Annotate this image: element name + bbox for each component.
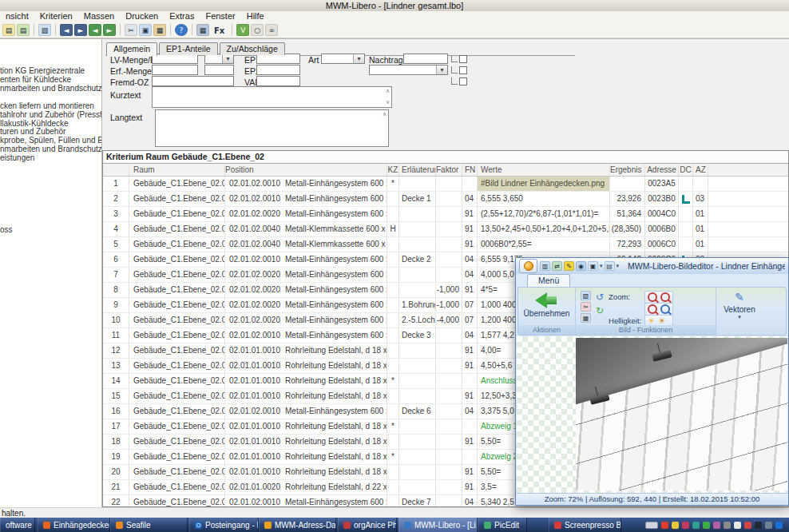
tab-allgemein[interactable]: Allgemein xyxy=(106,42,157,56)
sidebar-item[interactable]: kprobe, Spülen, Füllen und Entlüften xyxy=(0,137,101,145)
cell-rownum[interactable]: 2 xyxy=(103,192,129,206)
cell-position[interactable]: 02.01.02.0010Metall-Einhängesystem 600 x… xyxy=(225,192,387,206)
cell-ergebnis[interactable]: 51,364 xyxy=(610,207,645,221)
cell-erlaeuterung[interactable] xyxy=(399,222,436,236)
cell-fn[interactable]: 07 xyxy=(462,313,478,328)
menu-item-hilfe[interactable]: Hilfe xyxy=(241,11,270,22)
open-icon[interactable]: ▤ xyxy=(17,24,30,36)
taskbar-button-einh-ngedecken[interactable]: Einhängedecken | ... xyxy=(38,518,110,532)
col-header-az[interactable]: AZ xyxy=(693,164,708,176)
cell-position[interactable]: 02.01.02.0020Metall-Einhängesystem 600 x… xyxy=(225,298,387,312)
keyboard-icon[interactable] xyxy=(645,522,658,529)
cell-erlaeuterung[interactable] xyxy=(399,435,436,449)
save-icon[interactable]: ▥ xyxy=(540,261,550,271)
cell-rownum[interactable]: 5 xyxy=(103,237,129,252)
cell-erlaeuterung[interactable]: 1.Bohrung xyxy=(399,298,436,312)
menu-item-nsicht[interactable]: nsicht xyxy=(0,11,34,22)
sidebar-item[interactable]: nmarbeiten und Brandschutz xyxy=(0,85,101,93)
cell-rownum[interactable]: 14 xyxy=(103,374,129,388)
cell-kz[interactable] xyxy=(387,192,399,206)
tab-ep1anteile[interactable]: EP1-Anteile xyxy=(159,42,217,55)
sidebar-item[interactable]: eistungen xyxy=(0,154,101,163)
marker-prev-icon[interactable]: ◄ xyxy=(60,24,73,36)
cell-fn[interactable]: 91 xyxy=(462,343,478,358)
cell-erlaeuterung[interactable] xyxy=(399,389,436,403)
cell-raum[interactable]: Gebäude_C1.Ebene_02.024 xyxy=(129,435,225,449)
col-header-num[interactable] xyxy=(103,164,129,176)
table-row[interactable]: 2Gebäude_C1.Ebene_02.02002.01.02.0010Met… xyxy=(103,192,788,207)
cell-faktor[interactable]: -1,000 xyxy=(436,298,462,312)
col-header-fill[interactable] xyxy=(708,164,788,176)
cell-raum[interactable]: Gebäude_C1.Ebene_02.021 xyxy=(129,207,225,221)
validate-icon[interactable]: V xyxy=(236,24,249,36)
checkbox-1[interactable] xyxy=(459,55,467,63)
cell-kz[interactable] xyxy=(387,268,399,282)
copy-icon[interactable]: ▣ xyxy=(588,261,598,271)
scroll-up-icon[interactable]: ∧ xyxy=(383,112,387,117)
marker-last-icon[interactable]: ► xyxy=(103,24,116,36)
cell-rownum[interactable]: 22 xyxy=(103,495,129,507)
col-header-wer[interactable]: Werte xyxy=(478,164,610,176)
cell-erlaeuterung[interactable]: Decke 6 xyxy=(399,404,436,419)
cell-rownum[interactable]: 20 xyxy=(103,465,129,479)
cell-faktor[interactable] xyxy=(436,359,462,373)
table-row[interactable]: 3Gebäude_C1.Ebene_02.02102.01.02.0020Met… xyxy=(103,207,788,222)
sidebar-item[interactable]: tion KG Energiezentrale xyxy=(0,67,101,76)
brightness-down-icon[interactable]: ☀ xyxy=(658,316,665,326)
cell-faktor[interactable] xyxy=(436,222,462,236)
cell-raum[interactable]: Gebäude_C1.Ebene_02.020 xyxy=(129,177,225,191)
cell-az[interactable]: 01 xyxy=(693,222,708,236)
tray-icon-slate[interactable] xyxy=(765,522,772,529)
col-header-pos[interactable]: Position xyxy=(225,164,387,176)
cell-rownum[interactable]: 7 xyxy=(103,268,129,282)
cell-position[interactable]: 02.01.02.0020Metall-Einhängesystem 600 x… xyxy=(225,207,387,221)
cell-raum[interactable]: Gebäude_C1.Ebene_02.024 xyxy=(129,419,225,434)
taskbar-button-mwm-libero-li[interactable]: MWM-Libero - [Li... xyxy=(398,518,478,532)
cell-erlaeuterung[interactable] xyxy=(399,283,436,297)
tab-menue[interactable]: Menü xyxy=(527,274,570,287)
taskbar-button-mwm-adress-dat[interactable]: MWM-Adress-Dat... xyxy=(259,518,336,532)
cell-raum[interactable]: Gebäude_C1.Ebene_02.021 xyxy=(129,237,225,252)
cell-fn[interactable]: 04 xyxy=(462,268,478,282)
col-header-erg[interactable]: Ergebnis xyxy=(610,164,645,176)
cell-rownum[interactable]: 19 xyxy=(103,450,129,464)
cell-fn[interactable] xyxy=(462,374,478,388)
tray-icon-purple[interactable] xyxy=(713,522,720,529)
zoom-selection-icon[interactable] xyxy=(648,304,657,314)
cell-position[interactable]: 02.01.02.0040Metall-Klemmkassette 600 x … xyxy=(225,222,387,236)
cell-erlaeuterung[interactable]: Decke 2 xyxy=(399,252,436,267)
rotate-left-icon[interactable]: ↺ xyxy=(596,292,604,303)
cell-kz[interactable] xyxy=(387,404,399,419)
zoom-out-icon[interactable] xyxy=(660,292,670,302)
cell-faktor[interactable] xyxy=(436,419,462,434)
fx-icon[interactable]: Fx xyxy=(211,24,228,36)
cell-position[interactable]: 02.01.02.0010Metall-Einhängesystem 600 x… xyxy=(225,252,387,267)
taskbar-button-screenpresso-bild[interactable]: Screenpresso Bild... xyxy=(549,518,621,532)
cell-werte[interactable]: 6,555 3,650 xyxy=(478,192,610,206)
cell-raum[interactable]: Gebäude_C1.Ebene_02.023 xyxy=(129,359,225,373)
sidebar-item[interactable]: nmarbeiten und Brandschutz xyxy=(0,145,101,154)
scroll-down-icon[interactable]: ∨ xyxy=(386,100,390,105)
cell-kz[interactable] xyxy=(387,298,399,312)
cell-raum[interactable]: Gebäude_C1.Ebene_02.023 xyxy=(129,343,225,358)
kurztext-input[interactable]: ∧ ∨ xyxy=(152,86,392,108)
cell-ergebnis[interactable] xyxy=(610,177,645,191)
cell-erlaeuterung[interactable] xyxy=(399,177,436,191)
cell-position[interactable]: 02.01.01.0010Rohrleitung Edelstahl, d 18… xyxy=(225,465,387,479)
col-header-raum[interactable]: Raum xyxy=(129,164,225,176)
cell-position[interactable]: 02.01.02.0010Metall-Einhängesystem 600 x… xyxy=(225,495,387,507)
cell-position[interactable]: 02.01.01.0010Rohrleitung Edelstahl, d 18… xyxy=(225,389,387,403)
screen-icon[interactable]: ▦ xyxy=(581,313,591,323)
cell-kz[interactable] xyxy=(387,207,399,221)
cell-fn[interactable] xyxy=(462,419,478,434)
tray-icon-crimson[interactable] xyxy=(682,522,689,529)
cell-rownum[interactable]: 6 xyxy=(103,252,129,267)
col-header-dc[interactable]: DC xyxy=(679,164,693,176)
resize-image-icon[interactable]: ▧ xyxy=(581,291,591,300)
cell-raum[interactable]: Gebäude_C1.Ebene_02.024 xyxy=(129,495,225,507)
cell-filler[interactable] xyxy=(708,237,788,252)
cell-filler[interactable] xyxy=(708,207,788,221)
cell-kz[interactable]: * xyxy=(387,450,399,464)
dropdown-icon[interactable]: ▾ xyxy=(600,263,603,269)
cell-position[interactable]: 02.01.02.0020Metall-Einhängesystem 600 x… xyxy=(225,268,387,282)
